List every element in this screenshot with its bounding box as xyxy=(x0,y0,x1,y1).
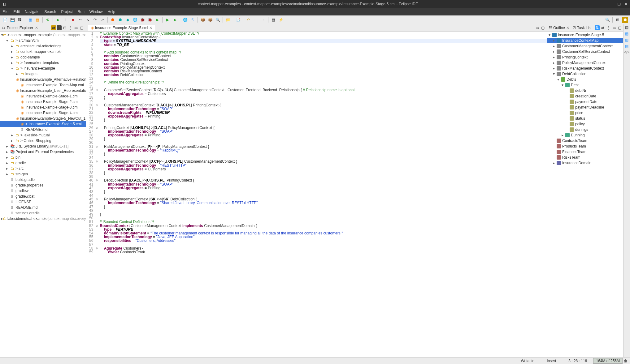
code-line[interactable]: /* Define the context relationships: */ xyxy=(100,80,547,84)
project-tree[interactable]: ▾🗀> context-mapper-examples [context-map… xyxy=(0,32,86,357)
blue-icon[interactable]: ▦ xyxy=(27,17,33,23)
tasklist-tab[interactable]: Task List xyxy=(577,26,592,30)
filter-icon[interactable]: ⋮ xyxy=(57,25,62,30)
close-icon[interactable]: ✕ xyxy=(35,26,38,30)
status-memory[interactable]: 164M of 256M xyxy=(593,358,623,364)
code-line[interactable]: /* Bounded Context Definitions */ xyxy=(100,220,547,224)
bug2-icon[interactable]: 🐞 xyxy=(147,17,153,23)
max-icon[interactable]: ▢ xyxy=(79,25,84,30)
tree-row[interactable]: ▸🗀gradle xyxy=(0,160,86,166)
search-icon[interactable]: 🔍 xyxy=(215,17,221,23)
outline-row[interactable]: ▾Debt xyxy=(547,82,623,88)
outline-row[interactable]: ▸PrintingContext xyxy=(547,54,623,60)
quick-access-icon[interactable]: 🔍 xyxy=(604,17,610,23)
outline-row[interactable]: status xyxy=(547,116,623,121)
outline-row[interactable]: paymentDeadline xyxy=(547,105,623,110)
menu-window[interactable]: Window xyxy=(89,10,103,14)
persp-icon[interactable]: ▦ xyxy=(270,17,276,23)
bug-icon[interactable]: 🐞 xyxy=(139,17,146,23)
outline-max-icon[interactable]: ▢ xyxy=(617,25,622,30)
tree-row[interactable]: ▾🗀> src/main/cml xyxy=(0,38,86,43)
menu-help[interactable]: Help xyxy=(108,10,115,14)
folder-run-icon[interactable]: 📁 xyxy=(225,17,231,23)
close-outline-icon[interactable]: ✕ xyxy=(566,26,569,30)
code-line[interactable]: implementationTechnology = "RabbitMQ" xyxy=(100,148,547,152)
debug-stop-icon[interactable]: ■ xyxy=(70,17,76,23)
menu-run[interactable]: Run xyxy=(78,10,85,14)
outline-row[interactable]: creationDate xyxy=(547,93,623,99)
outline-tab[interactable]: Outline xyxy=(553,26,565,30)
min-icon[interactable]: ▭ xyxy=(73,25,78,30)
code-line[interactable]: } xyxy=(100,118,547,122)
link-editor-icon[interactable]: ⇄ xyxy=(51,25,56,30)
code-line[interactable]: exposedAggregates = Printing xyxy=(100,133,547,137)
new-icon[interactable]: 📄 xyxy=(2,17,8,23)
code-line[interactable] xyxy=(100,216,547,220)
step-over-icon[interactable]: ↷ xyxy=(92,17,98,23)
menu-project[interactable]: Project xyxy=(61,10,72,14)
fwd-icon[interactable]: → xyxy=(260,17,266,23)
code-line[interactable]: state = TO_BE xyxy=(100,43,547,47)
outline-row[interactable]: ▸InsuranceContextMap xyxy=(547,38,623,43)
tree-row[interactable]: 🗎README.md xyxy=(0,127,86,132)
tree-row[interactable]: ▸🗀lakesidemutual-example [context-map-di… xyxy=(0,216,86,221)
outline-row[interactable]: ▸RiskManagementContext xyxy=(547,66,623,71)
code-line[interactable] xyxy=(100,77,547,80)
code-line[interactable]: /* Example Context Map written with 'Con… xyxy=(100,32,547,35)
tree-row[interactable]: 🗎gradle.properties xyxy=(0,182,86,188)
editor-max-icon[interactable]: ▢ xyxy=(540,25,545,30)
code-line[interactable]: exposedAggregates = Customers xyxy=(100,167,547,171)
back-icon[interactable]: ← xyxy=(253,17,259,23)
tree-row[interactable]: 🗎gradlew.bat xyxy=(0,194,86,199)
code-line[interactable]: BoundedContext CustomerManagementContext… xyxy=(100,224,547,228)
persp-java-icon[interactable]: ⬢ xyxy=(622,17,628,23)
outline-row[interactable]: ▸Dunning xyxy=(547,132,623,138)
tree-row[interactable]: ▾🗀> context-mapper-examples [context-map… xyxy=(0,32,86,38)
code-line[interactable]: downstreamRights = INFLUENCER xyxy=(100,111,547,114)
outline-row[interactable]: ▸CustomerManagementContext xyxy=(547,43,623,49)
menu-edit[interactable]: Edit xyxy=(13,10,20,14)
outline-row[interactable]: debtNr xyxy=(547,88,623,93)
close-tab-icon[interactable]: ✕ xyxy=(149,26,152,30)
code-line[interactable]: exposedAggregates = Printing xyxy=(100,114,547,118)
menu-file[interactable]: File xyxy=(2,10,8,14)
tree-row[interactable]: ▸🗀> lakeside-mutual xyxy=(0,132,86,138)
code-line[interactable]: } xyxy=(100,205,547,209)
light-icon[interactable]: ⚡ xyxy=(278,17,284,23)
code-line[interactable]: implementationTechnology = "SOAP" xyxy=(100,130,547,133)
save-all-icon[interactable]: 🖫 xyxy=(17,17,23,23)
box2-icon[interactable]: 📦 xyxy=(207,17,213,23)
code-line[interactable]: contains CustomerSelfServiceContext xyxy=(100,58,547,62)
tree-row[interactable]: ▸🗀> freemarker-templates xyxy=(0,60,86,66)
teal2-icon[interactable]: ⬢ xyxy=(117,17,123,23)
outline-row[interactable]: ▸CustomerSelfServiceContext xyxy=(547,49,623,54)
code-line[interactable]: ContextMap InsuranceContextMap { xyxy=(100,35,547,39)
outline-row[interactable]: RisksTeam xyxy=(547,155,623,160)
code-line[interactable]: } xyxy=(100,190,547,194)
tree-row[interactable]: ▸🗀src-gen xyxy=(0,171,86,177)
nav-icon[interactable]: 📑 xyxy=(235,17,241,23)
outline-row[interactable]: ContractsTeam xyxy=(547,138,623,143)
tree-row[interactable]: 🗎README.md xyxy=(0,205,86,210)
menu-navigate[interactable]: Navigate xyxy=(25,10,39,14)
prev-edit-icon[interactable]: ↶ xyxy=(245,17,251,23)
tree-row[interactable]: ▸🗀> src xyxy=(0,166,86,171)
step-return-icon[interactable]: ↗ xyxy=(99,17,106,23)
minimize-button[interactable]: — xyxy=(610,2,614,6)
strip-icon-3[interactable]: ▤ xyxy=(625,44,628,48)
tree-row[interactable]: 🗎LICENSE xyxy=(0,199,86,205)
tree-row[interactable]: ◉Insurance-Example_User_Representations.… xyxy=(0,88,86,93)
tree-row[interactable]: ◉> Insurance-Example-Stage-5.cml xyxy=(0,121,86,127)
code-line[interactable]: type = SYSTEM_LANDSCAPE xyxy=(100,39,547,43)
step-into-icon[interactable]: ↘ xyxy=(85,17,91,23)
strip-icon-4[interactable]: </> xyxy=(624,50,629,54)
code-line[interactable]: contains DebtCollection xyxy=(100,73,547,77)
code-line[interactable]: contains PolicyManagementContext xyxy=(100,66,547,69)
tree-row[interactable]: ◉Insurance-Example_Alternative-Relations… xyxy=(0,77,86,82)
editor-min-icon[interactable]: ▭ xyxy=(535,25,540,30)
save-icon[interactable]: 💾 xyxy=(9,17,15,23)
outline-row[interactable]: ▾Insurance-Example-Stage-5 xyxy=(547,32,623,38)
code-line[interactable]: Aggregate Customers { xyxy=(100,246,547,250)
tree-row[interactable]: ◉Insurance-Example_Team-Map.cml xyxy=(0,82,86,88)
code-line[interactable]: contains RiskManagementContext xyxy=(100,69,547,73)
